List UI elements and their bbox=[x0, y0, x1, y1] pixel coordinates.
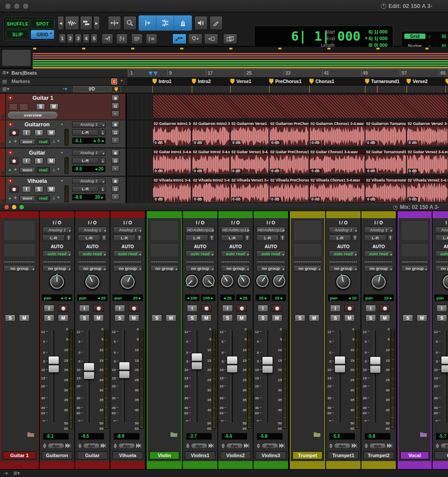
audio-clip[interactable]: 02 Guitarron PreChorus1 3-4.wav0 dB bbox=[269, 121, 309, 146]
volume-fader[interactable] bbox=[119, 362, 130, 379]
record-enable-button[interactable] bbox=[10, 186, 19, 193]
audio-clip[interactable]: 02 Vihuela PreChorus1 3-4.wav0 dB bbox=[269, 177, 309, 203]
channel-strip-trumpet1[interactable]: I / OAnalog 1▾L-RAUTOauto read▾no group▾… bbox=[326, 211, 361, 469]
insert-to-clip-button[interactable] bbox=[204, 34, 218, 44]
audio-clip[interactable]: 02 Guitar Chorus1 3-4.wav0 dB bbox=[309, 149, 365, 174]
record-enable-button[interactable] bbox=[58, 305, 68, 312]
audio-clip[interactable]: 02 Vihuela Intro1 3-4.wav0 dB bbox=[152, 177, 192, 203]
end-value[interactable]: 6| 1| 000 bbox=[337, 36, 387, 41]
zoom-preset-3[interactable]: 3 bbox=[75, 34, 82, 43]
mute-button[interactable]: M bbox=[47, 186, 56, 193]
pan-knob[interactable] bbox=[371, 274, 387, 290]
automation-read-button[interactable]: read bbox=[37, 139, 50, 145]
audio-clip[interactable]: 02 Guitarron Intro1 3-4.wav0 dB bbox=[152, 121, 192, 146]
volume-readout[interactable]: -9.5 bbox=[78, 433, 104, 440]
mute-button[interactable]: M bbox=[380, 314, 390, 322]
output-selector[interactable]: L-R bbox=[329, 235, 351, 241]
add-lane-button[interactable]: + bbox=[111, 137, 119, 144]
group-selector[interactable]: no group▾ bbox=[256, 265, 285, 272]
input-selector[interactable]: Analog 1▾ bbox=[42, 227, 72, 233]
disclosure-button[interactable]: ▼ bbox=[8, 121, 13, 127]
freeze-icon[interactable]: ✳ bbox=[14, 167, 17, 172]
output-selector[interactable]: L-R bbox=[256, 235, 279, 241]
disclosure-button[interactable]: ▼ bbox=[8, 178, 13, 184]
nudge-arrows-icon[interactable] bbox=[78, 443, 82, 448]
close-button[interactable] bbox=[4, 205, 9, 209]
audio-clip[interactable]: 02 Guitar Verse2 3-4.wav0 dB bbox=[406, 149, 448, 174]
markers-ruler[interactable]: Intro1Intro2Verse1PreChorus1Chorus1Turna… bbox=[127, 78, 448, 86]
ruler-menu-icon[interactable]: ≣▾ bbox=[2, 70, 9, 76]
output-window-fader-icon[interactable] bbox=[209, 235, 215, 241]
marker[interactable]: PreChorus1 bbox=[269, 79, 302, 84]
markers-ruler-label-area[interactable]: ▤ Markers + bbox=[0, 78, 127, 86]
output-selector[interactable]: L-R bbox=[364, 235, 387, 241]
pan-readout[interactable]: pan◂ 10 bbox=[328, 294, 359, 301]
volume-fader[interactable] bbox=[84, 363, 95, 379]
pan-readout[interactable]: pan◂ 20 bbox=[77, 294, 108, 301]
marker[interactable]: Intro1 bbox=[152, 79, 171, 84]
zoom-window-button[interactable] bbox=[23, 4, 28, 9]
volume-readout[interactable]: -3.7 bbox=[186, 433, 212, 440]
automation-mode-selector[interactable]: auto read▾ bbox=[42, 250, 72, 257]
automation-read-button[interactable]: read bbox=[37, 167, 50, 173]
mute-button[interactable]: M bbox=[309, 314, 319, 322]
track-color-tab[interactable] bbox=[0, 148, 6, 176]
mute-button[interactable]: M bbox=[417, 314, 427, 322]
fast-forward-icon[interactable] bbox=[279, 443, 285, 448]
track-header-guitarron[interactable]: ▼Guitarron▾ISM▲✳waveread⊥■Analog 1▾L-R⸸-… bbox=[0, 120, 126, 148]
link-track-edit-button[interactable] bbox=[146, 34, 157, 44]
add-lane-button[interactable]: + bbox=[111, 110, 119, 117]
group-selector[interactable]: no group▾ bbox=[78, 265, 107, 272]
pan-knob[interactable] bbox=[237, 274, 251, 288]
audio-clip[interactable]: 02 Guitarron Chorus1 3-4.wav0 dB bbox=[309, 121, 365, 146]
bars-ruler-label-area[interactable]: ≣▾ Bars|Beats bbox=[0, 69, 127, 78]
group-selector[interactable]: no group▾ bbox=[150, 265, 178, 272]
grid-toggle[interactable]: Grid bbox=[404, 34, 425, 39]
pan-knob[interactable] bbox=[84, 274, 100, 290]
io-input-selector[interactable]: Analog 1▾ bbox=[72, 121, 106, 128]
nudge-arrows-icon[interactable] bbox=[364, 443, 368, 448]
freeze-icon[interactable]: ✳ bbox=[14, 139, 17, 144]
marker[interactable]: Turnaround1 bbox=[365, 79, 399, 84]
output-fader-icon[interactable]: ⸸ bbox=[100, 186, 106, 192]
meter-icon[interactable]: ▲ bbox=[8, 167, 12, 172]
input-monitor-button[interactable]: I bbox=[79, 305, 90, 312]
input-monitor-button[interactable]: I bbox=[258, 305, 268, 312]
record-enable-button[interactable] bbox=[272, 305, 282, 312]
automation-read-button[interactable]: read bbox=[37, 195, 50, 201]
folder-icon[interactable] bbox=[313, 431, 321, 439]
markers-list-icon[interactable]: ▤ bbox=[2, 79, 7, 84]
pan-knob[interactable] bbox=[185, 274, 199, 288]
elastic-audio-icon[interactable]: ■ bbox=[57, 139, 59, 142]
marker[interactable]: Verse1 bbox=[230, 79, 251, 84]
timebase-icon[interactable]: ⊥ bbox=[52, 139, 56, 144]
pan-readout[interactable]: ◂ 25 bbox=[236, 294, 251, 301]
fast-forward-icon[interactable] bbox=[352, 443, 357, 448]
playlist-view-button[interactable]: ▣ bbox=[111, 178, 119, 184]
mirrored-editing-button[interactable] bbox=[116, 34, 128, 44]
record-enable-button[interactable] bbox=[10, 129, 19, 136]
mute-button[interactable]: M bbox=[49, 103, 58, 110]
track-nameplate[interactable]: Vihuela bbox=[112, 451, 143, 459]
universe-overview[interactable] bbox=[0, 47, 448, 69]
record-enable-button[interactable] bbox=[201, 305, 212, 312]
dyn-button[interactable]: dyn bbox=[48, 443, 65, 449]
waveform-view-button[interactable]: wave bbox=[19, 167, 35, 173]
start-value[interactable]: 6| 1| 000 bbox=[337, 29, 387, 34]
dyn-button[interactable]: dyn bbox=[369, 443, 386, 449]
input-selector[interactable]: Analog 1▾ bbox=[364, 227, 393, 233]
group-selector[interactable]: no group▾ bbox=[113, 265, 142, 272]
comments-button[interactable]: ▤ bbox=[111, 129, 119, 136]
output-selector[interactable]: L-R bbox=[113, 235, 136, 241]
clip-gain-badge[interactable]: 0 dB bbox=[154, 140, 164, 145]
meter-view-icon[interactable]: ◔▾ bbox=[62, 86, 67, 92]
track-nameplate[interactable]: Violins3 bbox=[255, 451, 286, 459]
track-nameplate[interactable]: Violins1 bbox=[185, 451, 216, 459]
close-button[interactable] bbox=[5, 4, 11, 9]
audio-clip[interactable]: 02 Guitarron Turnaround1 3-4.wav0 dB bbox=[365, 121, 406, 146]
channel-strip-trumpet[interactable]: no group▾SMTrumpet bbox=[290, 211, 325, 469]
track-nameplate[interactable]: Trumpet1 bbox=[328, 451, 359, 459]
dyn-button[interactable]: dyn bbox=[440, 443, 448, 449]
clip-gain-badge[interactable]: 0 dB bbox=[232, 197, 242, 201]
fast-forward-icon[interactable] bbox=[101, 443, 106, 448]
